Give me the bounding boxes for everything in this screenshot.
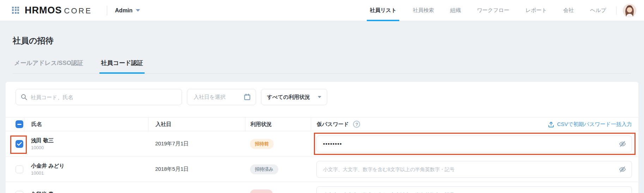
upload-icon — [548, 121, 554, 127]
column-header-hire-date: 入社日 — [148, 117, 245, 131]
top-header: HRMOS CORE Admin 社員リスト 社員検索 組織 ワークフロー レポ… — [0, 0, 644, 21]
nav-employee-list[interactable]: 社員リスト — [370, 0, 396, 21]
invite-card: 入社日を選択 すべての利用状況 氏名 入社日 利用状況 仮パスワード ? — [6, 82, 638, 193]
row-checkbox[interactable] — [16, 191, 23, 193]
nav-employee-search[interactable]: 社員検索 — [413, 0, 434, 21]
csv-bulk-upload-link[interactable]: CSVで初期パスワード一括入力 — [548, 121, 632, 128]
column-header-status: 利用状況 — [245, 117, 311, 131]
eye-off-icon[interactable] — [619, 165, 626, 173]
help-icon[interactable]: ? — [353, 121, 360, 128]
auth-tabbar: メールアドレス/SSO認証 社員コード認証 — [13, 57, 631, 74]
account-label: Admin — [115, 7, 133, 14]
hrmos-logo: HRMOS CORE — [25, 5, 92, 16]
status-badge — [250, 189, 273, 193]
hire-date: 2018年5月1日 — [148, 166, 245, 173]
eye-off-icon[interactable] — [619, 140, 626, 148]
employee-code: 10001 — [31, 170, 148, 176]
app-grid-icon[interactable] — [12, 7, 20, 14]
csv-link-label: CSVで初期パスワード一括入力 — [557, 121, 632, 128]
temp-password-input[interactable] — [316, 135, 632, 152]
nav-help[interactable]: ヘルプ — [590, 0, 606, 21]
row-checkbox[interactable] — [16, 165, 23, 173]
chevron-down-icon — [136, 9, 140, 12]
status-badge: 招待済み — [250, 164, 278, 174]
hire-date-picker[interactable]: 入社日を選択 — [187, 89, 256, 105]
account-dropdown[interactable]: Admin — [115, 7, 140, 14]
table-row: 浅田 敬三 10000 2019年7月1日 招待前 — [6, 131, 638, 157]
nav-company[interactable]: 会社 — [563, 0, 574, 21]
table-row: 小金井 みどり 10001 2018年5月1日 招待済み — [6, 157, 638, 182]
nav-report[interactable]: レポート — [525, 0, 547, 21]
date-placeholder: 入社日を選択 — [194, 94, 225, 101]
temp-password-input[interactable] — [316, 161, 632, 178]
main-nav: 社員リスト 社員検索 組織 ワークフロー レポート 会社 ヘルプ — [370, 0, 606, 21]
logo-suffix: CORE — [64, 6, 92, 16]
column-header-name: 氏名 — [24, 117, 148, 131]
row-checkbox[interactable] — [16, 140, 23, 148]
employee-name: 浅田 敬三 — [31, 137, 148, 144]
calendar-icon — [244, 94, 251, 101]
search-input[interactable] — [31, 94, 177, 100]
search-icon — [21, 94, 27, 100]
employee-name: 久留米 春一 — [31, 191, 148, 193]
tab-employee-code[interactable]: 社員コード認証 — [99, 57, 145, 73]
page-title: 社員の招待 — [13, 35, 631, 46]
status-badge: 招待前 — [250, 139, 274, 149]
status-filter-dropdown[interactable]: すべての利用状況 — [261, 89, 327, 105]
status-filter-value: すべての利用状況 — [267, 94, 310, 101]
hire-date: 2019年7月1日 — [148, 140, 245, 147]
search-field[interactable] — [16, 89, 182, 105]
filter-bar: 入社日を選択 すべての利用状況 — [6, 82, 638, 117]
nav-organization[interactable]: 組織 — [450, 0, 461, 21]
employee-code: 10000 — [31, 145, 148, 150]
employee-name: 小金井 みどり — [31, 163, 148, 169]
table-row: 久留米 春一 — [6, 182, 638, 193]
table-header: 氏名 入社日 利用状況 仮パスワード ? CSVで初期パスワード一括入力 — [6, 117, 638, 131]
column-header-password: 仮パスワード — [317, 121, 349, 128]
tab-email-sso[interactable]: メールアドレス/SSO認証 — [13, 57, 85, 73]
chevron-down-icon — [318, 96, 321, 98]
temp-password-input[interactable] — [316, 186, 632, 193]
nav-workflow[interactable]: ワークフロー — [477, 0, 509, 21]
avatar[interactable] — [623, 4, 636, 17]
nav-divider — [616, 6, 616, 15]
logo-brand: HRMOS — [25, 5, 62, 16]
header-divider — [107, 6, 107, 16]
select-all-checkbox[interactable] — [16, 120, 23, 128]
